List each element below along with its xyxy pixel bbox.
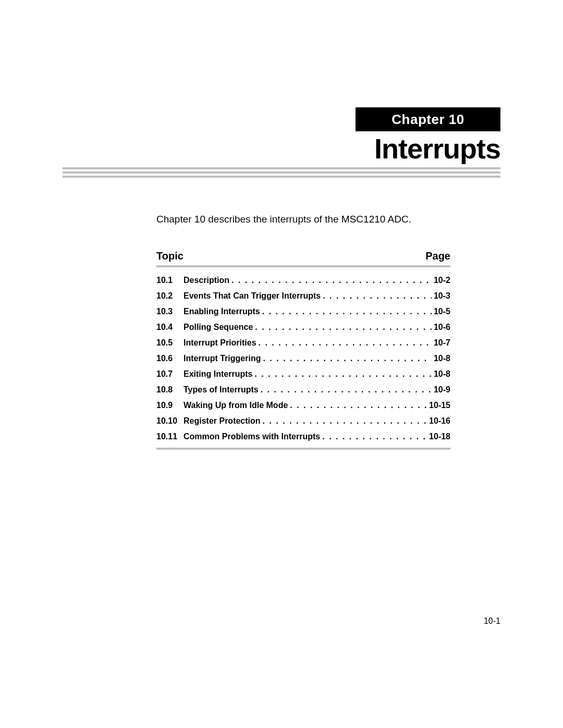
toc-row-title: Events That Can Trigger Interrupts — [183, 291, 321, 301]
toc-row-dots — [323, 291, 432, 301]
toc-header-topic: Topic — [156, 250, 183, 262]
toc-row-title: Interrupt Priorities — [183, 338, 256, 348]
toc-row-dots — [231, 276, 432, 285]
toc-row: 10.2Events That Can Trigger Interrupts10… — [156, 291, 450, 301]
toc-row-title: Types of Interrupts — [183, 385, 259, 394]
toc-row-dots — [254, 369, 432, 379]
toc-row: 10.10Register Protection10-16 — [156, 416, 450, 426]
toc-footer-rule — [156, 448, 450, 450]
toc-row-title: Enabling Interrupts — [183, 307, 260, 316]
toc-row-number: 10.3 — [156, 307, 183, 316]
toc-row: 10.8Types of Interrupts10-9 — [156, 385, 450, 394]
toc-row-title: Common Problems with Interrupts — [183, 432, 320, 441]
toc-row-title: Polling Sequence — [183, 323, 253, 332]
rule-line — [63, 171, 500, 174]
page-number: 10-1 — [484, 616, 500, 626]
toc-row: 10.4Polling Sequence10-6 — [156, 323, 450, 332]
toc-row: 10.11Common Problems with Interrupts10-1… — [156, 432, 450, 441]
toc-header-page: Page — [425, 250, 450, 262]
toc-row-page: 10-15 — [429, 401, 450, 410]
toc-row-number: 10.7 — [156, 369, 183, 379]
toc-row-dots — [322, 432, 427, 441]
toc-row-number: 10.9 — [156, 401, 183, 410]
toc-row-dots — [255, 323, 432, 332]
toc-row-title: Exiting Interrupts — [183, 369, 252, 379]
toc-row-title: Register Protection — [183, 416, 261, 426]
rule-line — [63, 176, 500, 178]
toc-row: 10.1Description10-2 — [156, 276, 450, 285]
toc-row-dots — [259, 338, 432, 348]
toc-header: Topic Page — [156, 250, 450, 267]
toc-row: 10.3Enabling Interrupts10-5 — [156, 307, 450, 316]
toc-row: 10.5Interrupt Priorities10-7 — [156, 338, 450, 348]
toc-row-page: 10-6 — [434, 323, 450, 332]
toc-row-number: 10.8 — [156, 385, 183, 394]
page: Chapter 10 Interrupts Chapter 10 describ… — [0, 0, 563, 728]
toc-row-page: 10-9 — [434, 385, 450, 394]
toc-row: 10.6Interrupt Triggering10-8 — [156, 354, 450, 363]
toc-row-page: 10-8 — [434, 354, 450, 363]
toc-row-page: 10-8 — [434, 369, 450, 379]
toc-row-page: 10-18 — [429, 432, 450, 441]
toc-row: 10.9Waking Up from Idle Mode10-15 — [156, 401, 450, 410]
toc-row-dots — [290, 401, 427, 410]
toc-row-title: Description — [183, 276, 229, 285]
intro-text: Chapter 10 describes the interrupts of t… — [156, 213, 422, 227]
header-rules — [63, 167, 500, 180]
toc-body: 10.1Description10-210.2Events That Can T… — [156, 276, 450, 441]
toc-row-dots — [263, 416, 427, 426]
toc-row-dots — [262, 307, 432, 316]
toc-row-number: 10.4 — [156, 323, 183, 332]
toc-row-title: Interrupt Triggering — [183, 354, 261, 363]
rule-line — [63, 167, 500, 169]
toc-row-page: 10-16 — [429, 416, 450, 426]
toc-row-dots — [261, 385, 432, 394]
toc-row-title: Waking Up from Idle Mode — [183, 401, 288, 410]
toc-row-number: 10.5 — [156, 338, 183, 348]
toc-row-number: 10.10 — [156, 416, 183, 426]
toc-row-number: 10.1 — [156, 276, 183, 285]
toc-row-page: 10-5 — [434, 307, 450, 316]
toc-row-number: 10.6 — [156, 354, 183, 363]
chapter-label: Chapter 10 — [356, 107, 500, 131]
toc-row-page: 10-3 — [434, 291, 450, 301]
chapter-title: Interrupts — [374, 132, 500, 165]
table-of-contents: Topic Page 10.1Description10-210.2Events… — [156, 250, 450, 450]
toc-row-page: 10-7 — [434, 338, 450, 348]
toc-row-number: 10.11 — [156, 432, 183, 441]
toc-row-dots — [263, 354, 432, 363]
toc-row: 10.7Exiting Interrupts10-8 — [156, 369, 450, 379]
toc-row-number: 10.2 — [156, 291, 183, 301]
toc-row-page: 10-2 — [434, 276, 450, 285]
